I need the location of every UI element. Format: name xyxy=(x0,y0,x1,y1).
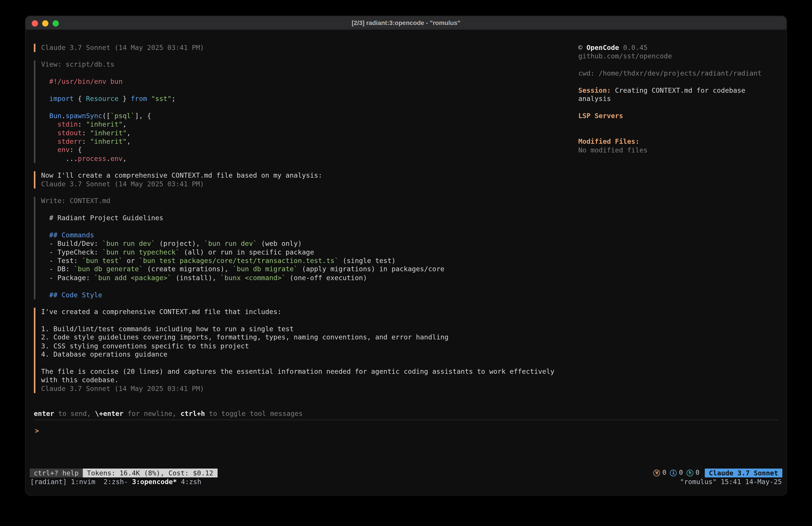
help-shortcut-chip: ctrl+? help xyxy=(30,469,83,478)
sidebar-line: github.com/sst/opencode xyxy=(578,52,786,61)
chat-line: Claude 3.7 Sonnet (14 May 2025 03:41 PM) xyxy=(41,44,559,52)
chat-line: I've created a comprehensive CONTEXT.md … xyxy=(41,308,559,316)
window-titlebar: [2/3] radiant:3:opencode - "romulus" xyxy=(25,16,786,30)
sidebar-line: analysis xyxy=(578,95,786,103)
prompt-input[interactable]: > xyxy=(35,427,39,435)
chat-line: - DB: `bun db generate` (create migratio… xyxy=(41,265,559,274)
tmux-windows: 1:nvim 2:zsh- 3:opencode* 4:zsh xyxy=(71,478,201,486)
sidebar-line: Modified Files: xyxy=(578,138,786,146)
window-title: [2/3] radiant:3:opencode - "romulus" xyxy=(25,16,786,30)
status-bar: ctrl+? help Tokens: 16.4K (8%), Cost: $0… xyxy=(30,469,782,478)
chat-transcript: Claude 3.7 Sonnet (14 May 2025 03:41 PM)… xyxy=(34,44,559,401)
tmux-window-item[interactable]: 2:zsh- xyxy=(104,478,132,486)
sidebar-line xyxy=(578,61,786,69)
tmux-window-item[interactable]: 1:nvim xyxy=(71,478,103,486)
chat-line: # Radiant Project Guidelines xyxy=(41,214,559,223)
chat-line: View: script/db.ts xyxy=(41,61,559,69)
sidebar-line: Session: Creating CONTEXT.md for codebas… xyxy=(578,86,786,95)
chat-line xyxy=(41,223,559,231)
chat-line xyxy=(41,69,559,77)
chat-line xyxy=(41,86,559,95)
traffic-lights xyxy=(32,20,59,27)
tmux-status-bar: [radiant] 1:nvim 2:zsh- 3:opencode* 4:zs… xyxy=(30,478,782,486)
hint-count: 0 xyxy=(695,469,699,477)
hint-icon: h xyxy=(686,470,693,476)
chat-line: with this codebase. xyxy=(41,376,559,384)
sidebar-line: © OpenCode 0.0.45 xyxy=(578,44,786,52)
warning-icon: W xyxy=(654,470,660,476)
diagnostics: W0i0h0 xyxy=(654,469,700,477)
chat-line: ...process.env, xyxy=(41,155,559,163)
keybinding-help: enter to send, \+enter for newline, ctrl… xyxy=(34,410,303,418)
chat-line: - Test: `bun test` or `bun test packages… xyxy=(41,257,559,265)
prompt-caret: > xyxy=(35,427,39,435)
warning-indicator: W0 xyxy=(654,469,667,477)
chat-line: stderr: "inherit", xyxy=(41,138,559,146)
chat-line: - Package: `bun add <package>` (install)… xyxy=(41,274,559,282)
chat-line: 1. Build/lint/test commands including ho… xyxy=(41,325,559,333)
chat-line: import { Resource } from "sst"; xyxy=(41,95,559,103)
warning-count: 0 xyxy=(662,469,666,477)
chat-line xyxy=(41,282,559,290)
assistant-message-block: I've created a comprehensive CONTEXT.md … xyxy=(34,308,559,393)
info-indicator: i0 xyxy=(670,469,683,477)
tmux-window-item[interactable]: 3:opencode* xyxy=(132,478,181,486)
tokens-cost-chip: Tokens: 16.4K (8%), Cost: $0.12 xyxy=(83,469,217,478)
chat-line: #!/usr/bin/env bun xyxy=(41,78,559,86)
close-button[interactable] xyxy=(32,20,38,27)
assistant-meta-block: Claude 3.7 Sonnet (14 May 2025 03:41 PM) xyxy=(34,44,559,52)
chat-line: ## Commands xyxy=(41,231,559,239)
chat-line: 3. CSS styling conventions specific to t… xyxy=(41,342,559,350)
chat-line: - TypeCheck: `bun run typecheck` (all) o… xyxy=(41,248,559,257)
chat-line: Now I'll create a comprehensive CONTEXT.… xyxy=(41,171,559,180)
model-chip: Claude 3.7 Sonnet xyxy=(705,469,782,478)
session-sidebar: © OpenCode 0.0.45github.com/sst/opencode… xyxy=(578,44,786,155)
chat-line: Bun.spawnSync([`psql`], { xyxy=(41,112,559,120)
hint-indicator: h0 xyxy=(686,469,699,477)
terminal-window: [2/3] radiant:3:opencode - "romulus" Cla… xyxy=(25,16,787,496)
chat-line: Claude 3.7 Sonnet (14 May 2025 03:41 PM) xyxy=(41,180,559,188)
chat-line xyxy=(41,316,559,325)
desktop: [2/3] radiant:3:opencode - "romulus" Cla… xyxy=(0,0,812,526)
minimize-button[interactable] xyxy=(42,20,48,27)
sidebar-line xyxy=(578,78,786,86)
assistant-message-block: Now I'll create a comprehensive CONTEXT.… xyxy=(34,171,559,188)
sidebar-line: No modified files xyxy=(578,146,786,155)
sidebar-line: cwd: /home/thdxr/dev/projects/radiant/ra… xyxy=(578,69,786,78)
chat-line: ## Code Style xyxy=(41,291,559,299)
chat-line: Claude 3.7 Sonnet (14 May 2025 03:41 PM) xyxy=(41,384,559,393)
sidebar-line xyxy=(578,103,786,112)
chat-line: stdout: "inherit", xyxy=(41,129,559,138)
tmux-session-name: [radiant] xyxy=(30,478,71,486)
chat-line: env: { xyxy=(41,146,559,155)
tool-view-block: View: script/db.ts #!/usr/bin/env bun im… xyxy=(34,61,559,163)
chat-line xyxy=(41,205,559,214)
chat-line: Write: CONTEXT.md xyxy=(41,197,559,205)
info-icon: i xyxy=(670,470,677,476)
chat-line: - Build/Dev: `bun run dev` (project), `b… xyxy=(41,240,559,248)
chat-line: 2. Code style guidelines covering import… xyxy=(41,333,559,342)
input-divider xyxy=(34,420,778,420)
zoom-button[interactable] xyxy=(53,20,59,27)
chat-line xyxy=(41,103,559,112)
tool-write-block: Write: CONTEXT.md # Radiant Project Guid… xyxy=(34,197,559,299)
chat-line xyxy=(41,359,559,367)
tmux-window-item[interactable]: 4:zsh xyxy=(181,478,201,486)
chat-line: The file is concise (20 lines) and captu… xyxy=(41,368,559,376)
sidebar-line xyxy=(578,129,786,138)
chat-line: 4. Database operations guidance xyxy=(41,350,559,359)
chat-line: stdin: "inherit", xyxy=(41,120,559,129)
sidebar-line: LSP Servers xyxy=(578,112,786,120)
tmux-session-info: "romulus" 15:41 14-May-25 xyxy=(680,478,782,486)
info-count: 0 xyxy=(679,469,683,477)
sidebar-line xyxy=(578,120,786,129)
